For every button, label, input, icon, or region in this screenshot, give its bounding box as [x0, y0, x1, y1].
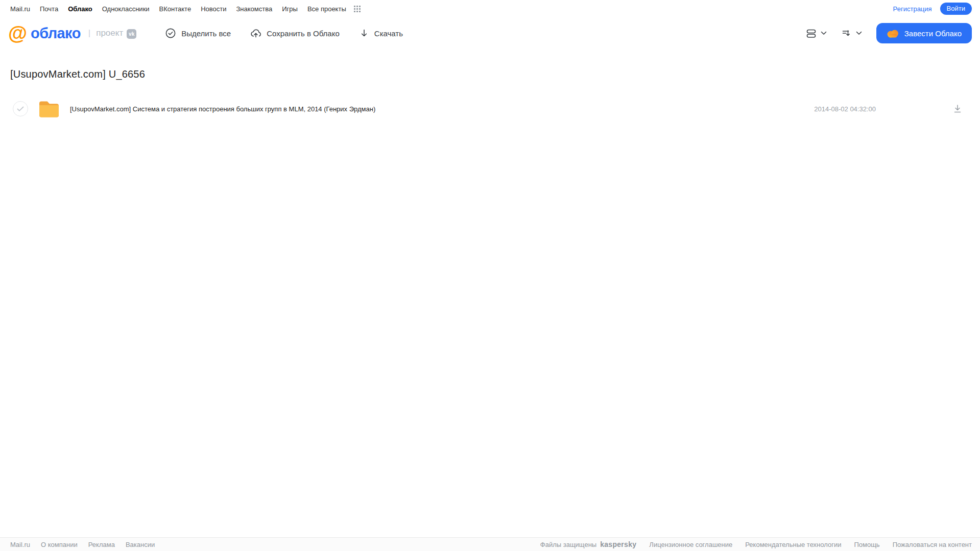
- topnav-links: Mail.ru Почта Облако Одноклассники ВКонт…: [10, 5, 361, 13]
- orange-cloud-icon: [887, 29, 899, 38]
- select-all-button[interactable]: Выделить все: [165, 28, 231, 39]
- topnav-item-odnoklassniki[interactable]: Одноклассники: [102, 5, 150, 13]
- download-icon: [952, 104, 963, 114]
- footer-link-license[interactable]: Лицензионное соглашение: [649, 541, 732, 548]
- download-arrow-icon: [359, 28, 369, 38]
- sort-icon: [841, 28, 852, 39]
- footer: Mail.ru О компании Реклама Вакансии Файл…: [0, 537, 980, 551]
- footer-link-vacancies[interactable]: Вакансии: [126, 541, 155, 548]
- topnav-auth: Регистрация Войти: [893, 3, 972, 15]
- file-date: 2014-08-02 04:32:00: [814, 105, 876, 113]
- topnav-item-pochta[interactable]: Почта: [40, 5, 58, 13]
- logo-text: облако: [31, 25, 81, 42]
- view-list-icon: [806, 28, 817, 39]
- get-cloud-label: Завести Облако: [904, 29, 962, 38]
- chevron-down-icon: [821, 31, 827, 35]
- footer-right-links: Файлы защищены kaspersky Лицензионное со…: [540, 540, 972, 548]
- topnav-item-vkontakte[interactable]: ВКонтакте: [159, 5, 192, 13]
- header-right-controls: Завести Облако: [806, 23, 972, 43]
- get-cloud-button[interactable]: Завести Облако: [876, 23, 972, 43]
- sort-dropdown[interactable]: [841, 28, 862, 39]
- logo-divider: |: [88, 28, 90, 38]
- file-name[interactable]: [UsupovMarket.com] Система и стратегия п…: [70, 105, 814, 113]
- download-button[interactable]: Скачать: [359, 28, 403, 38]
- save-to-cloud-button[interactable]: Сохранить в Облако: [250, 28, 340, 39]
- main-content: [UsupovMarket.com] U_6656 [UsupovMarket.…: [0, 68, 980, 120]
- row-checkbox[interactable]: [13, 101, 28, 116]
- cloud-upload-icon: [250, 28, 261, 39]
- check-circle-icon: [165, 28, 176, 39]
- footer-link-company[interactable]: О компании: [41, 541, 78, 548]
- footer-link-report[interactable]: Пожаловаться на контент: [893, 541, 972, 548]
- vk-icon: vk: [127, 29, 136, 39]
- page-title: [UsupovMarket.com] U_6656: [10, 68, 980, 80]
- chevron-down-icon: [856, 31, 862, 35]
- topnav-item-igry[interactable]: Игры: [282, 5, 298, 13]
- footer-link-help[interactable]: Помощь: [854, 541, 879, 548]
- topnav-item-oblako[interactable]: Облако: [68, 5, 92, 13]
- cloud-logo[interactable]: @ облако | проект vk: [8, 24, 136, 42]
- topnav-item-znakomstva[interactable]: Знакомства: [236, 5, 272, 13]
- protected-label: Файлы защищены: [540, 541, 596, 548]
- row-download-button[interactable]: [952, 104, 963, 114]
- download-label: Скачать: [374, 29, 403, 38]
- save-to-cloud-label: Сохранить в Облако: [267, 29, 340, 38]
- footer-left-links: Mail.ru О компании Реклама Вакансии: [10, 541, 155, 548]
- folder-icon: [38, 100, 60, 117]
- topnav-item-vse-proekty[interactable]: Все проекты: [307, 5, 346, 13]
- registration-link[interactable]: Регистрация: [893, 5, 932, 13]
- footer-link-advertising[interactable]: Реклама: [88, 541, 115, 548]
- login-button[interactable]: Войти: [940, 3, 972, 15]
- select-all-label: Выделить все: [181, 29, 231, 38]
- project-label: проект: [96, 28, 123, 38]
- top-navigation: Mail.ru Почта Облако Одноклассники ВКонт…: [0, 0, 980, 16]
- topnav-item-novosti[interactable]: Новости: [201, 5, 226, 13]
- mailru-at-icon: @: [8, 24, 27, 42]
- all-projects-grid-icon[interactable]: [354, 6, 361, 12]
- file-row[interactable]: [UsupovMarket.com] Система и стратегия п…: [0, 98, 980, 120]
- view-mode-dropdown[interactable]: [806, 28, 827, 39]
- kaspersky-logo[interactable]: kaspersky: [600, 540, 636, 548]
- footer-link-recommendations[interactable]: Рекомендательные технологии: [745, 541, 841, 548]
- footer-link-mailru[interactable]: Mail.ru: [10, 541, 30, 548]
- topnav-item-mailru[interactable]: Mail.ru: [10, 5, 30, 13]
- file-actions-toolbar: Выделить все Сохранить в Облако Скачать: [165, 28, 403, 39]
- header: @ облако | проект vk Выделить все Сохран…: [0, 16, 980, 50]
- kaspersky-protection: Файлы защищены kaspersky: [540, 540, 637, 548]
- checkmark-icon: [17, 106, 24, 112]
